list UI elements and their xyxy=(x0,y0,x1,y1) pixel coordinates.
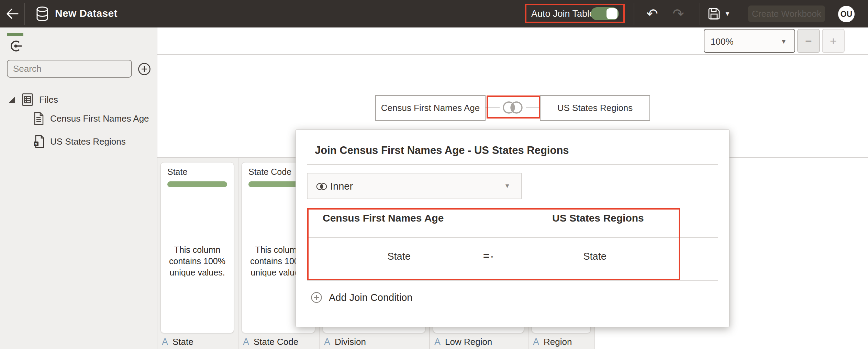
inner-join-venn-icon[interactable] xyxy=(500,99,526,116)
join-type-value: Inner xyxy=(330,181,353,192)
dialog-left-table-header: Census First Names Age xyxy=(323,212,444,224)
attribute-type-icon: A xyxy=(324,337,330,347)
sidebar: Files Census First Names Age x US States… xyxy=(0,27,157,349)
active-tab-indicator xyxy=(7,33,23,36)
sidebar-item-label: Census First Names Age xyxy=(50,113,149,124)
minus-icon: − xyxy=(805,34,812,47)
add-join-condition-button[interactable]: Add Join Condition xyxy=(310,291,412,304)
column-header[interactable]: A Region xyxy=(533,337,572,347)
card-title: State xyxy=(167,167,187,177)
redo-icon: ↷ xyxy=(672,6,684,22)
preview-column-state: State This column contains 100% unique v… xyxy=(157,158,238,349)
dialog-divider xyxy=(307,164,718,165)
sidebar-item-label: US States Regions xyxy=(50,136,126,147)
svg-text:x: x xyxy=(35,142,37,146)
combo-divider xyxy=(773,32,773,51)
column-header[interactable]: A State xyxy=(162,337,193,347)
join-type-select[interactable]: Inner ▼ xyxy=(307,173,522,199)
plus-circle-icon xyxy=(310,291,323,304)
column-name: State Code xyxy=(254,337,298,347)
topbar-divider xyxy=(634,3,634,25)
column-name: State xyxy=(173,337,193,347)
dialog-divider xyxy=(307,237,718,238)
dialog-divider xyxy=(307,280,718,281)
dataset-icon xyxy=(35,6,49,22)
app-root: New Dataset Auto Join Tables ↶ ↷ ▼ Creat… xyxy=(0,0,868,349)
column-name: Low Region xyxy=(445,337,492,347)
save-caret-icon: ▼ xyxy=(724,10,731,18)
search-input[interactable] xyxy=(7,60,132,78)
chevron-down-icon: ▼ xyxy=(504,182,510,190)
redo-button[interactable]: ↷ xyxy=(669,5,687,23)
xlsx-file-icon: x xyxy=(33,135,45,148)
add-join-condition-label: Add Join Condition xyxy=(329,292,412,303)
join-dialog: Join Census First Names Age - US States … xyxy=(296,130,730,327)
column-quality-card[interactable]: State This column contains 100% unique v… xyxy=(160,162,234,333)
zoom-out-button[interactable]: − xyxy=(797,29,820,53)
sidebar-item-census-first-names-age[interactable]: Census First Names Age xyxy=(33,112,149,125)
quality-text: This column contains 100% unique values. xyxy=(164,244,231,278)
sidebar-item-label: Files xyxy=(39,94,58,105)
attribute-type-icon: A xyxy=(533,337,539,347)
diagram-table-census-first-names-age[interactable]: Census First Names Age xyxy=(375,95,486,121)
dialog-right-table-header: US States Regions xyxy=(552,212,644,224)
undo-icon: ↶ xyxy=(646,6,658,22)
chevron-down-icon: ▼ xyxy=(780,38,787,45)
page-title: New Dataset xyxy=(55,8,118,19)
connections-button[interactable] xyxy=(9,38,24,54)
topbar-divider xyxy=(24,3,25,25)
zoom-level-combo[interactable]: 100% ▼ xyxy=(704,29,795,53)
dialog-title: Join Census First Names Age - US States … xyxy=(315,144,569,157)
user-avatar[interactable]: OU xyxy=(838,6,855,22)
back-button[interactable] xyxy=(5,6,21,21)
join-operator-select[interactable]: =▾ xyxy=(483,250,493,262)
back-arrow-icon xyxy=(5,7,21,21)
save-icon xyxy=(707,7,721,21)
topbar-divider xyxy=(700,3,700,25)
save-button[interactable]: ▼ xyxy=(707,5,737,22)
canvas-toolbar: 100% ▼ − + xyxy=(157,27,868,55)
column-header[interactable]: A State Code xyxy=(243,337,298,347)
equals-operator: = xyxy=(483,250,489,262)
attribute-type-icon: A xyxy=(243,337,249,347)
join-right-column-select[interactable]: State xyxy=(554,251,636,262)
topbar: New Dataset Auto Join Tables ↶ ↷ ▼ Creat… xyxy=(0,0,868,27)
attribute-type-icon: A xyxy=(434,337,441,347)
inner-join-icon xyxy=(316,182,327,191)
zoom-in-button[interactable]: + xyxy=(822,29,845,53)
column-header[interactable]: A Division xyxy=(324,337,366,347)
zoom-level-value: 100% xyxy=(711,36,734,47)
tree-expand-caret-icon[interactable] xyxy=(8,95,16,104)
column-header[interactable]: A Low Region xyxy=(434,337,492,347)
diagram-table-us-states-regions[interactable]: US States Regions xyxy=(540,95,650,121)
join-left-column-select[interactable]: State xyxy=(358,251,440,262)
quality-bar xyxy=(167,181,227,187)
card-title: State Code xyxy=(248,167,291,177)
column-name: Division xyxy=(335,337,366,347)
undo-button[interactable]: ↶ xyxy=(643,5,661,23)
attribute-type-icon: A xyxy=(162,337,168,347)
sidebar-item-us-states-regions[interactable]: x US States Regions xyxy=(33,135,126,148)
create-workbook-button[interactable]: Create Workbook xyxy=(748,5,825,22)
files-folder-icon xyxy=(21,93,34,106)
add-data-button[interactable] xyxy=(137,61,153,77)
text-file-icon xyxy=(33,112,45,125)
plus-icon: + xyxy=(830,34,837,47)
connections-icon xyxy=(9,39,24,53)
plus-circle-icon xyxy=(137,62,153,76)
auto-join-label: Auto Join Tables xyxy=(531,9,599,19)
sidebar-item-files[interactable]: Files xyxy=(8,93,58,106)
column-name: Region xyxy=(544,337,572,347)
auto-join-toggle[interactable] xyxy=(591,7,619,20)
tiny-caret-icon: ▾ xyxy=(491,255,493,259)
toggle-knob xyxy=(607,8,617,19)
